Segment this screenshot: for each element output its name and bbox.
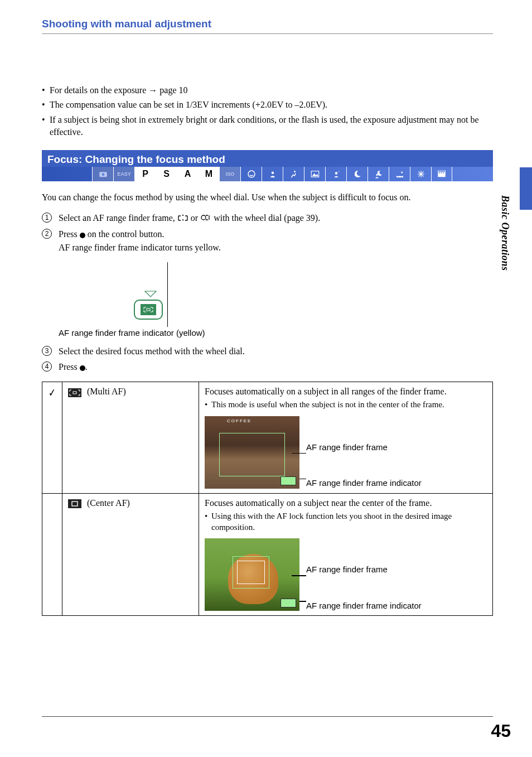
svg-point-8 (376, 174, 378, 176)
af-indicator-badge-icon (280, 476, 296, 485)
step-2-sub: AF range finder frame indicator turns ye… (59, 241, 493, 254)
section-tab (520, 167, 532, 210)
default-check: ✓ (42, 382, 62, 493)
mode-easy: EASY (113, 167, 134, 181)
svg-rect-11 (438, 171, 446, 172)
page-number: 45 (491, 721, 511, 741)
mode-smile-icon (240, 167, 262, 181)
step-1-text-b: or (191, 213, 200, 223)
mode-sport-icon (283, 167, 304, 181)
step-4-text-a: Press (59, 362, 80, 372)
mode-movie-icon (431, 167, 452, 181)
svg-rect-21 (68, 499, 81, 508)
table-row: ✓ (Multi AF) Focuses automatically on a … (42, 382, 493, 493)
svg-marker-16 (145, 291, 156, 297)
triangle-down-icon (144, 290, 157, 298)
mode-s: S (156, 167, 177, 181)
callout-frame: AF range finder frame (306, 564, 422, 575)
af-indicator-icon (141, 304, 156, 315)
svg-point-15 (201, 215, 206, 220)
step-1-text-a: Select an AF range finder frame, (59, 213, 177, 223)
mode-a: A (177, 167, 198, 181)
svg-point-6 (335, 172, 337, 175)
diagram-caption: AF range finder frame indicator (yellow) (59, 328, 205, 337)
step-4: 4 Press . (42, 360, 493, 374)
svg-point-3 (271, 171, 274, 174)
multi-af-desc: Focuses automatically on a subject in al… (205, 387, 487, 397)
table-row: (Center AF) Focuses automatically on a s… (42, 493, 493, 616)
center-af-desc: Focuses automatically on a subject near … (205, 498, 487, 508)
step-3-text: Select the desired focus method with the… (59, 346, 245, 356)
center-af-icon (68, 499, 81, 508)
mode-portrait-icon (262, 167, 283, 181)
check-icon: ✓ (47, 386, 57, 399)
mode-fireworks-icon (410, 167, 431, 181)
mode-twilight-icon (346, 167, 367, 181)
mode-landscape-icon (304, 167, 325, 181)
svg-point-2 (248, 171, 255, 177)
step-2-text-b: on the control button. (85, 229, 165, 239)
af-indicator-badge-icon (280, 599, 296, 607)
mode-strip: EASY P S A M ISO (42, 167, 493, 181)
multi-af-note: This mode is useful when the subject is … (205, 399, 487, 410)
focus-heading: Focus: Changing the focus method (42, 150, 493, 167)
mode-beach-icon (389, 167, 410, 181)
multi-af-label-cell: (Multi AF) (62, 382, 199, 493)
multi-af-label: (Multi AF) (85, 387, 126, 396)
svg-point-4 (294, 171, 296, 172)
mode-camera-icon (92, 167, 113, 181)
svg-point-9 (401, 171, 403, 173)
focus-intro: You can change the focus method by using… (42, 191, 493, 204)
multi-af-icon (68, 388, 81, 397)
note-item: If a subject is being shot in extremely … (42, 114, 493, 139)
step-list: 1 Select an AF range finder frame, or wi… (42, 211, 493, 254)
callout-indicator: AF range finder frame indicator (306, 478, 422, 489)
indicator-diagram: AF range finder frame indicator (yellow) (59, 262, 493, 340)
svg-rect-17 (142, 306, 154, 314)
svg-point-1 (101, 173, 104, 176)
callout-frame: AF range finder frame (306, 442, 422, 453)
step-1: 1 Select an AF range finder frame, or wi… (42, 211, 493, 225)
multi-af-desc-cell: Focuses automatically on a subject in al… (199, 382, 493, 493)
mode-iso-icon: ISO (219, 167, 240, 181)
center-button-icon (80, 233, 85, 238)
center-af-label-cell: (Center AF) (62, 493, 199, 616)
step-1-text-c: with the wheel dial (page 39). (214, 213, 320, 223)
center-af-label: (Center AF) (85, 498, 130, 508)
step-list-2: 3 Select the desired focus method with t… (42, 345, 493, 374)
center-af-thumb (205, 538, 299, 611)
mode-p: P (134, 167, 156, 181)
focus-methods-table: ✓ (Multi AF) Focuses automatically on a … (42, 382, 493, 616)
note-item: For details on the exposure → page 10 (42, 84, 493, 97)
step-4-text-b: . (85, 362, 88, 372)
callout-indicator: AF range finder frame indicator (306, 600, 422, 611)
flexible-spot-icon (177, 212, 188, 225)
svg-rect-12 (439, 172, 440, 173)
center-af-note: Using this with the AF lock function let… (205, 510, 487, 533)
multi-af-thumb: COFFEE (205, 416, 299, 489)
mode-twilight-portrait-icon (367, 167, 389, 181)
section-header: Shooting with manual adjustment (42, 18, 493, 34)
side-label: Basic Operations (499, 195, 511, 271)
footer-divider (42, 716, 493, 717)
svg-point-7 (338, 171, 339, 172)
step-3: 3 Select the desired focus method with t… (42, 345, 493, 358)
svg-rect-14 (443, 172, 444, 173)
exposure-notes-list: For details on the exposure → page 10 Th… (42, 84, 493, 139)
center-button-icon (80, 365, 85, 371)
step-2: 2 Press on the control button. AF range … (42, 228, 493, 254)
semi-manual-icon (200, 212, 211, 225)
note-item: The compensation value can be set in 1/3… (42, 99, 493, 111)
mode-soft-icon (325, 167, 346, 181)
step-2-text-a: Press (59, 229, 80, 239)
mode-m: M (198, 167, 219, 181)
svg-rect-13 (441, 172, 442, 173)
center-af-desc-cell: Focuses automatically on a subject near … (199, 493, 493, 616)
thumb-sign: COFFEE (227, 418, 252, 423)
